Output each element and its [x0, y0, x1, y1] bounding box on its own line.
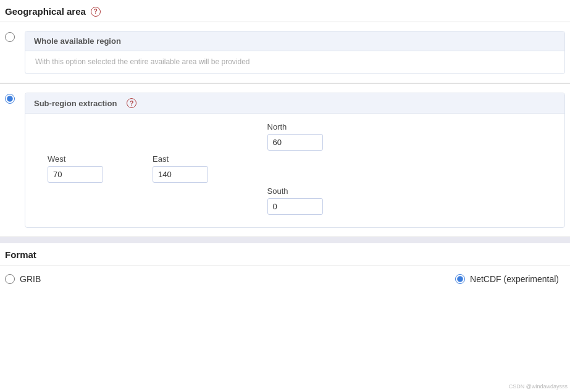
- sub-region-radio[interactable]: [5, 94, 15, 104]
- netcdf-label: NetCDF (experimental): [470, 274, 559, 284]
- whole-region-description: With this option selected the entire ava…: [25, 51, 564, 73]
- sub-region-card-header: Sub-region extraction ?: [25, 93, 564, 114]
- whole-region-radio[interactable]: [5, 32, 15, 42]
- north-input[interactable]: [267, 134, 323, 151]
- sub-region-card: Sub-region extraction ? North West: [25, 93, 565, 228]
- netcdf-option: NetCDF (experimental): [455, 274, 559, 284]
- east-label: East: [153, 154, 169, 164]
- south-input[interactable]: [267, 198, 323, 215]
- sub-region-help-icon[interactable]: ?: [127, 98, 136, 108]
- west-label: West: [48, 154, 65, 164]
- north-label: North: [267, 122, 287, 131]
- north-field: North: [267, 122, 323, 151]
- geographical-area-header: Geographical area ?: [0, 0, 570, 22]
- east-field: East: [153, 154, 208, 183]
- grib-label: GRIB: [20, 274, 41, 284]
- format-options-row: GRIB NetCDF (experimental): [0, 265, 570, 293]
- format-section: Format GRIB NetCDF (experimental): [0, 243, 570, 293]
- whole-region-option-row: Whole available region With this option …: [0, 22, 570, 83]
- geographical-area-help-icon[interactable]: ?: [91, 7, 101, 17]
- geographical-area-section: Geographical area ? Whole available regi…: [0, 0, 570, 237]
- sub-region-label: Sub-region extraction: [34, 99, 117, 108]
- section-gap: [0, 237, 570, 243]
- east-input[interactable]: [153, 166, 208, 183]
- whole-region-card-header: Whole available region: [25, 31, 564, 51]
- grib-option: GRIB: [5, 274, 41, 284]
- south-label: South: [267, 186, 288, 196]
- sub-region-radio-col: [5, 94, 15, 106]
- sub-region-option-row: Sub-region extraction ? North West: [0, 84, 570, 237]
- whole-region-card: Whole available region With this option …: [25, 31, 565, 74]
- grib-radio[interactable]: [5, 274, 15, 284]
- sub-region-card-body: North West East: [25, 114, 564, 227]
- whole-region-label: Whole available region: [34, 36, 121, 46]
- format-title: Format: [5, 249, 36, 260]
- south-field: South: [267, 186, 323, 215]
- west-field: West: [48, 154, 103, 183]
- geographical-area-title: Geographical area: [5, 6, 86, 17]
- whole-region-radio-col: [5, 32, 15, 44]
- watermark: CSDN @windawdaysss: [509, 383, 568, 390]
- netcdf-radio[interactable]: [455, 274, 465, 284]
- west-input[interactable]: [48, 166, 103, 183]
- format-header: Format: [0, 243, 570, 265]
